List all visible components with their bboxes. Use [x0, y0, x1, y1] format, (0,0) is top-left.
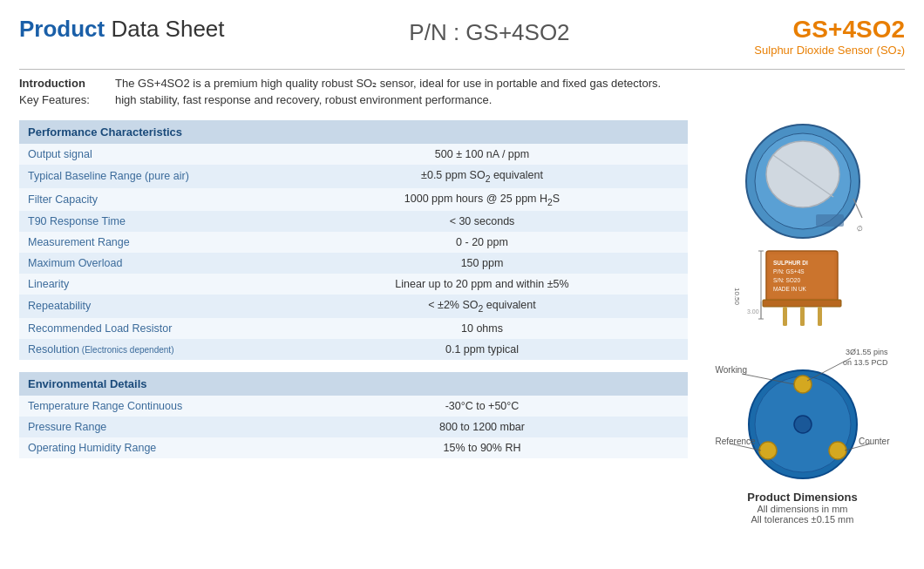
performance-row-label: Measurement Range	[19, 232, 276, 253]
svg-point-27	[759, 442, 777, 459]
header: Product Data Sheet P/N : GS+4SO2 GS+4SO2…	[19, 16, 905, 57]
performance-row-label: Repeatability	[19, 295, 276, 318]
performance-row: Typical Baseline Range (pure air)±0.5 pp…	[19, 165, 688, 188]
performance-row: Output signal500 ± 100 nA / ppm	[19, 144, 688, 165]
performance-row-value: 10 ohms	[276, 318, 688, 339]
intro-text-2: high stability, fast response and recove…	[115, 93, 492, 106]
svg-rect-19	[763, 300, 841, 307]
product-dimensions: Product Dimensions All dimensions in mm …	[747, 491, 857, 525]
sensor-bottom-view-wrap: Working Reference Counter 3Ø1.55 pinson …	[716, 348, 890, 487]
environmental-row-label: Pressure Range	[19, 417, 276, 437]
svg-rect-20	[783, 307, 787, 326]
performance-table: Performance Characteristics Output signa…	[19, 120, 688, 360]
counter-label: Counter	[859, 437, 890, 446]
svg-text:10.50: 10.50	[735, 288, 741, 306]
svg-rect-22	[818, 307, 822, 326]
main-content: Performance Characteristics Output signa…	[19, 120, 905, 525]
sensor-side-view: 10.50 3.00 SULPHUR DI P/N: GS+4S S/N: SO…	[735, 249, 870, 341]
performance-row: Resolution (Electronics dependent)0.1 pp…	[19, 339, 688, 360]
pins-label: 3Ø1.55 pinson 13.5 PCD	[843, 348, 888, 368]
left-panel: Performance Characteristics Output signa…	[19, 120, 688, 525]
svg-text:∅: ∅	[855, 224, 864, 234]
environmental-row-value: 800 to 1200 mbar	[276, 417, 688, 437]
performance-row-value: 150 ppm	[276, 253, 688, 274]
svg-text:P/N: GS+4S: P/N: GS+4S	[773, 268, 805, 274]
environmental-row: Temperature Range Continuous-30°C to +50…	[19, 396, 688, 417]
performance-row-value: 1000 ppm hours @ 25 ppm H2S	[276, 188, 688, 212]
svg-text:S/N:  SO20: S/N: SO20	[773, 277, 800, 283]
performance-row-label: Output signal	[19, 144, 276, 165]
performance-row-value: ±0.5 ppm SO2 equivalent	[276, 165, 688, 188]
right-panel: ∅ 10.50 3.00 SULPHUR DI P/N: GS+4S S/N: …	[700, 120, 905, 525]
performance-row-label: Maximum Overload	[19, 253, 276, 274]
performance-row: T90 Response Time< 30 seconds	[19, 211, 688, 232]
sensor-top-view: ∅	[742, 120, 864, 242]
performance-row: LinearityLinear up to 20 ppm and within …	[19, 274, 688, 295]
header-pn: P/N : GS+4SO2	[409, 19, 569, 46]
performance-row: Repeatability< ±2% SO2 equivalent	[19, 295, 688, 318]
performance-row-label: Filter Capacity	[19, 188, 276, 212]
performance-row-label: Recommended Load Resistor	[19, 318, 276, 339]
performance-row-value: < 30 seconds	[276, 211, 688, 232]
intro-row-2: Key Features: high stability, fast respo…	[19, 93, 905, 106]
svg-point-28	[829, 442, 846, 459]
header-title-rest: Data Sheet	[105, 16, 224, 42]
svg-text:MADE IN UK: MADE IN UK	[773, 286, 807, 292]
product-name: GS+4SO2	[754, 16, 905, 44]
reference-label: Reference	[716, 437, 756, 446]
environmental-row: Pressure Range800 to 1200 mbar	[19, 417, 688, 437]
performance-row-label: Resolution (Electronics dependent)	[19, 339, 276, 360]
header-product: GS+4SO2 Sulphur Dioxide Sensor (SO₂)	[754, 16, 905, 57]
svg-text:3.00: 3.00	[747, 308, 759, 315]
performance-row-value: < ±2% SO2 equivalent	[276, 295, 688, 318]
dim-line1: All dimensions in mm	[747, 504, 857, 514]
intro-label-2: Key Features:	[19, 93, 115, 106]
environmental-row: Operating Humidity Range15% to 90% RH	[19, 437, 688, 458]
performance-row-label: Linearity	[19, 274, 276, 295]
environmental-table: Environmental Details Temperature Range …	[19, 372, 688, 458]
header-title-bold: Product	[19, 16, 105, 42]
performance-row: Maximum Overload150 ppm	[19, 253, 688, 274]
environmental-row-value: 15% to 90% RH	[276, 437, 688, 458]
performance-row-value: 0.1 ppm typical	[276, 339, 688, 360]
dim-line2: All tolerances ±0.15 mm	[747, 514, 857, 525]
product-subtitle: Sulphur Dioxide Sensor (SO₂)	[754, 44, 905, 57]
environmental-row-label: Temperature Range Continuous	[19, 396, 276, 417]
environmental-row-label: Operating Humidity Range	[19, 437, 276, 458]
svg-line-5	[853, 199, 862, 218]
intro-section: Introduction The GS+4SO2 is a premium hi…	[19, 77, 905, 110]
environmental-header: Environmental Details	[19, 372, 688, 396]
header-title: Product Data Sheet	[19, 16, 225, 43]
svg-point-26	[794, 376, 812, 393]
svg-rect-21	[800, 307, 805, 326]
performance-row: Filter Capacity1000 ppm hours @ 25 ppm H…	[19, 188, 688, 212]
performance-row: Measurement Range0 - 20 ppm	[19, 232, 688, 253]
performance-row-value: 0 - 20 ppm	[276, 232, 688, 253]
environmental-row-value: -30°C to +50°C	[276, 396, 688, 417]
performance-row: Recommended Load Resistor10 ohms	[19, 318, 688, 339]
intro-text-1: The GS+4SO2 is a premium high quality ro…	[115, 77, 661, 90]
svg-point-2	[766, 141, 839, 207]
header-divider	[19, 69, 905, 70]
performance-row-value: Linear up to 20 ppm and within ±5%	[276, 274, 688, 295]
performance-row-label: Typical Baseline Range (pure air)	[19, 165, 276, 188]
performance-row-value: 500 ± 100 nA / ppm	[276, 144, 688, 165]
intro-row-1: Introduction The GS+4SO2 is a premium hi…	[19, 77, 905, 90]
dim-title: Product Dimensions	[747, 491, 857, 504]
performance-row-label: T90 Response Time	[19, 211, 276, 232]
working-label: Working	[716, 365, 748, 375]
performance-header: Performance Characteristics	[19, 120, 688, 144]
svg-rect-4	[816, 214, 844, 227]
intro-label-1: Introduction	[19, 77, 115, 90]
page: Product Data Sheet P/N : GS+4SO2 GS+4SO2…	[0, 0, 924, 533]
svg-point-25	[794, 416, 812, 433]
svg-text:SULPHUR DI: SULPHUR DI	[773, 260, 808, 266]
